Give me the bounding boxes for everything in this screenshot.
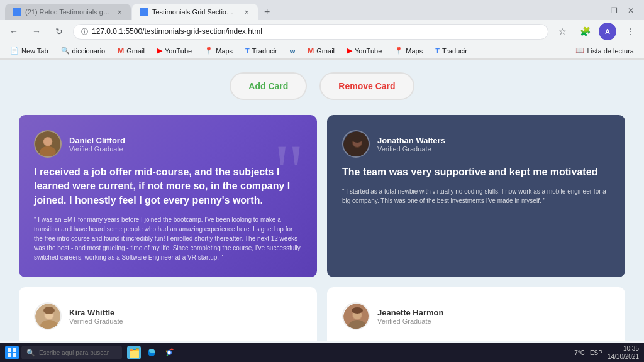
bm-maps-1[interactable]: 📍 Maps [199, 45, 238, 56]
bm-w[interactable]: w [285, 46, 301, 56]
card-daniel-header: Daniel Clifford Verified Graduate [34, 130, 302, 158]
daniel-name: Daniel Clifford [69, 136, 125, 145]
daniel-main-quote: I received a job offer mid-course, and t… [34, 165, 302, 207]
bm-reading-icon: 📖 [575, 47, 584, 55]
window-controls: — ❐ ✕ [588, 6, 639, 18]
bm-gmail-1[interactable]: M Gmail [113, 45, 150, 57]
jeanette-name: Jeanette Harmon [377, 308, 443, 317]
taskbar: 🔍 🗂️ 7°C ESP 10:35 14/10/2021 [0, 343, 644, 362]
bm-new-tab-icon: 📄 [10, 47, 19, 55]
weather-temp: 7°C [574, 349, 585, 356]
taskbar-search-icon: 🔍 [26, 349, 35, 357]
avatar-kira [34, 302, 62, 330]
tab1-close[interactable]: ✕ [116, 8, 123, 16]
close-button[interactable]: ✕ [628, 6, 634, 15]
bookmarks-right: 📖 Lista de lectura [570, 45, 639, 56]
address-bar[interactable]: ⓘ 127.0.0.1:5500/testimonials-grid-secti… [73, 24, 548, 40]
bm-youtube-2[interactable]: ▶ YouTube [342, 45, 387, 56]
tab-2[interactable]: Testimonials Grid Section Main ✕ [132, 4, 258, 20]
url-text: 127.0.0.1:5500/testimonials-grid-section… [92, 27, 540, 36]
jonathan-info: Jonathan Walters Verified Graduate [377, 136, 445, 153]
menu-icon[interactable]: ⋮ [621, 23, 639, 40]
bm-yt2-label: YouTube [355, 47, 382, 55]
card-jeanette-header: Jeanette Harmon Verified Graduate [342, 302, 610, 330]
nav-bar: ← → ↻ ⓘ 127.0.0.1:5500/testimonials-grid… [0, 20, 644, 43]
bm-gmail2-icon: M [308, 47, 314, 55]
bm-dic-icon: 🔍 [61, 47, 70, 55]
svg-rect-19 [8, 348, 11, 352]
svg-point-2 [40, 146, 55, 158]
bm-new-tab-label: New Tab [21, 47, 48, 55]
bm-yt2-icon: ▶ [347, 47, 352, 55]
kira-info: Kira Whittle Verified Graduate [69, 308, 123, 325]
kira-name: Kira Whittle [69, 308, 123, 317]
cards-grid: " Daniel Clifford Verified Graduate I re… [19, 115, 625, 341]
bm-gmail1-label: Gmail [126, 47, 145, 55]
daniel-info: Daniel Clifford Verified Graduate [69, 136, 125, 153]
bm-trad1-label: Traducir [252, 47, 277, 55]
kira-main-quote: Such a life-changing experience. Highly … [34, 337, 302, 341]
jeanette-info: Jeanette Harmon Verified Graduate [377, 308, 443, 325]
action-buttons-row: Add Card Remove Card [19, 72, 625, 100]
start-button[interactable] [5, 346, 19, 359]
svg-point-3 [44, 138, 52, 146]
jeanette-main-quote: An overall wonderful and rewarding exper… [342, 337, 610, 341]
profile-icon[interactable]: A [599, 23, 616, 40]
daniel-title: Verified Graduate [69, 145, 125, 153]
bm-traducir-2[interactable]: T Traducir [430, 46, 472, 56]
card-jonathan-header: Jonathan Walters Verified Graduate [342, 130, 610, 158]
bm-gmail-2[interactable]: M Gmail [303, 45, 340, 57]
card-jonathan: Jonathan Walters Verified Graduate The t… [327, 115, 625, 277]
tab-1[interactable]: (21) Retoc Testimonials grid secti... ✕ [5, 4, 131, 20]
bookmark-icon[interactable]: ☆ [553, 23, 571, 40]
taskbar-date-value: 14/10/2021 [608, 353, 639, 361]
bm-maps-2[interactable]: 📍 Maps [389, 45, 428, 56]
bm-new-tab[interactable]: 📄 New Tab [5, 45, 53, 56]
tab-bar: (21) Retoc Testimonials grid secti... ✕ … [0, 0, 644, 20]
taskbar-search-input[interactable] [39, 349, 114, 356]
taskbar-edge[interactable] [145, 346, 158, 359]
bm-diccionario[interactable]: 🔍 diccionario [56, 45, 111, 56]
taskbar-chrome[interactable] [162, 346, 176, 359]
daniel-secondary-quote: " I was an EMT for many years before I j… [34, 215, 302, 262]
avatar-jeanette [342, 302, 370, 330]
bm-gmail1-icon: M [118, 47, 124, 55]
card-jeanette: Jeanette Harmon Verified Graduate An ove… [327, 287, 625, 341]
reload-button[interactable]: ↻ [50, 23, 68, 40]
kira-title: Verified Graduate [69, 317, 123, 325]
bm-yt1-label: YouTube [165, 47, 192, 55]
card-kira-header: Kira Whittle Verified Graduate [34, 302, 302, 330]
bm-dic-label: diccionario [72, 47, 106, 55]
taskbar-app-icons: 🗂️ [127, 346, 176, 359]
taskbar-explorer[interactable]: 🗂️ [127, 346, 141, 359]
bm-youtube-1[interactable]: ▶ YouTube [152, 45, 197, 56]
browser-chrome: (21) Retoc Testimonials grid secti... ✕ … [0, 0, 644, 60]
tab1-favicon [13, 8, 21, 16]
back-button[interactable]: ← [5, 23, 23, 40]
bm-reading-list[interactable]: 📖 Lista de lectura [570, 45, 639, 56]
card-kira: Kira Whittle Verified Graduate Such a li… [19, 287, 317, 341]
new-tab-button[interactable]: + [259, 4, 275, 20]
svg-point-8 [352, 136, 362, 143]
page-content: Add Card Remove Card " Daniel Clifford V… [0, 60, 644, 341]
bm-gmail2-label: Gmail [316, 47, 335, 55]
bm-traducir-1[interactable]: T Traducir [240, 46, 282, 56]
forward-button[interactable]: → [28, 23, 45, 40]
restore-button[interactable]: ❐ [611, 6, 618, 15]
taskbar-lang: ESP [590, 349, 602, 356]
bm-reading-label: Lista de lectura [587, 47, 634, 55]
jonathan-main-quote: The team was very supportive and kept me… [342, 165, 610, 179]
add-card-button[interactable]: Add Card [230, 72, 307, 100]
jeanette-title: Verified Graduate [377, 317, 443, 325]
minimize-button[interactable]: — [593, 6, 601, 15]
extensions-icon[interactable]: 🧩 [576, 23, 594, 40]
taskbar-search[interactable]: 🔍 [21, 346, 122, 359]
svg-rect-20 [13, 348, 16, 352]
avatar-daniel [34, 130, 62, 158]
svg-point-13 [43, 307, 55, 314]
taskbar-datetime: 10:35 14/10/2021 [608, 344, 639, 361]
remove-card-button[interactable]: Remove Card [319, 72, 414, 100]
bm-trad2-label: Traducir [442, 47, 467, 55]
tab2-close[interactable]: ✕ [243, 8, 250, 16]
svg-rect-22 [13, 353, 16, 357]
